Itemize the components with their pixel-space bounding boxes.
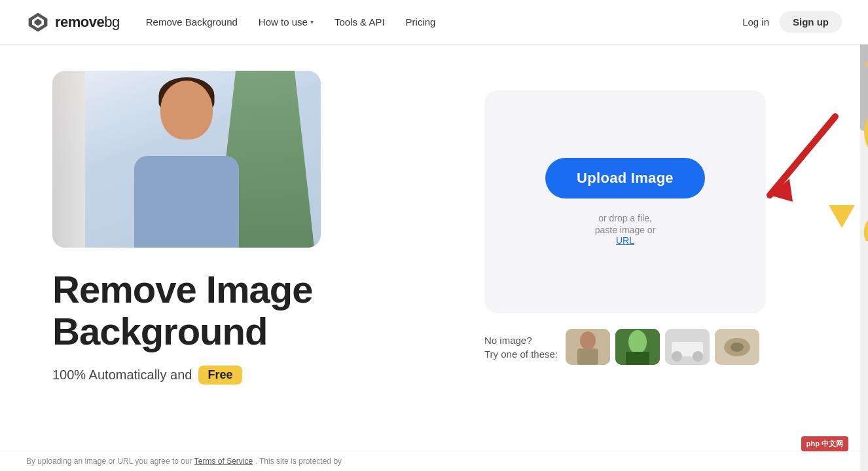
login-button[interactable]: Log in xyxy=(742,16,769,28)
sample-thumb-1[interactable] xyxy=(566,329,610,365)
hero-image-inner xyxy=(52,71,321,248)
tos-link[interactable]: Terms of Service xyxy=(194,457,253,466)
logo-text: removebg xyxy=(55,14,120,31)
signup-button[interactable]: Sign up xyxy=(780,11,842,33)
sample-thumb-2[interactable] xyxy=(615,329,660,365)
svg-point-7 xyxy=(580,331,596,350)
right-section: Upload Image or drop a file, paste image… xyxy=(484,71,842,365)
sample-thumb-3[interactable] xyxy=(665,329,710,365)
curtain-decoration xyxy=(52,71,85,248)
svg-point-18 xyxy=(731,343,744,352)
sample-thumb-4[interactable] xyxy=(715,329,759,365)
no-image-text: No image? Try one of these: xyxy=(484,333,558,361)
nav-pricing[interactable]: Pricing xyxy=(406,16,436,28)
navbar: removebg Remove Background How to use ▾ … xyxy=(0,0,868,45)
free-badge: Free xyxy=(198,366,242,385)
url-link[interactable]: URL xyxy=(616,235,634,246)
nav-how-to-use[interactable]: How to use ▾ xyxy=(259,16,314,28)
main-content: Remove Image Background 100% Automatical… xyxy=(0,45,868,398)
svg-line-3 xyxy=(770,117,835,195)
chevron-down-icon: ▾ xyxy=(310,18,314,26)
upload-card[interactable]: Upload Image or drop a file, paste image… xyxy=(484,90,766,313)
navbar-left: removebg Remove Background How to use ▾ … xyxy=(26,10,435,34)
left-section: Remove Image Background 100% Automatical… xyxy=(52,71,458,385)
logo-icon xyxy=(26,10,50,34)
subtitle-text: 100% Automatically and xyxy=(52,367,192,383)
person-head xyxy=(160,81,213,140)
squiggle-decoration xyxy=(789,58,868,241)
hero-image xyxy=(52,71,321,248)
scrollbar[interactable] xyxy=(860,0,868,471)
sample-images-row: No image? Try one of these: xyxy=(484,329,766,365)
headline: Remove Image Background xyxy=(52,269,458,352)
nav-links: Remove Background How to use ▾ Tools & A… xyxy=(146,16,436,28)
svg-marker-5 xyxy=(829,205,855,228)
svg-rect-8 xyxy=(577,349,598,365)
triangle-decoration xyxy=(829,205,855,228)
nav-tools-api[interactable]: Tools & API xyxy=(335,16,385,28)
svg-marker-4 xyxy=(770,179,793,202)
svg-point-14 xyxy=(672,351,682,362)
svg-rect-11 xyxy=(626,352,649,365)
nav-remove-bg[interactable]: Remove Background xyxy=(146,16,238,28)
logo[interactable]: removebg xyxy=(26,10,120,34)
footer-text: By uploading an image or URL you agree t… xyxy=(0,451,868,471)
sample-thumbs xyxy=(566,329,759,365)
subtitle-row: 100% Automatically and Free xyxy=(52,366,458,385)
upload-image-button[interactable]: Upload Image xyxy=(545,158,705,198)
php-badge: php 中文网 xyxy=(801,436,848,451)
svg-point-10 xyxy=(628,330,647,354)
svg-point-15 xyxy=(693,351,703,362)
person-body xyxy=(134,156,239,248)
drop-text: or drop a file, paste image or URL xyxy=(595,212,656,246)
navbar-right: Log in Sign up xyxy=(742,11,842,33)
person-figure xyxy=(121,77,252,248)
